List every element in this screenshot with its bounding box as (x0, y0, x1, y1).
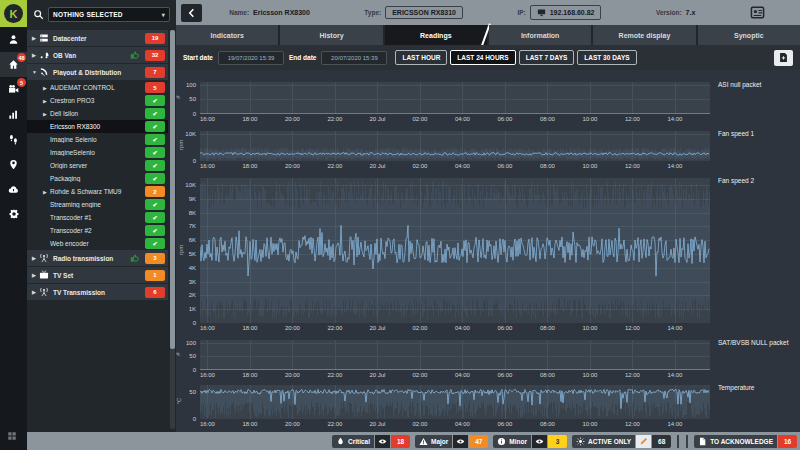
chart-plot (200, 385, 710, 419)
statusbar-major[interactable]: Major47 (415, 435, 488, 448)
tree-item-crestron-pro3[interactable]: ▶Crestron PRO3✔ (27, 94, 168, 107)
tree-item-origin-server[interactable]: Origin server✔ (27, 159, 168, 172)
tree-item-audemat-control[interactable]: ▶AUDEMAT CONTROL5 (27, 81, 168, 94)
rail-item-footprints[interactable] (0, 127, 27, 152)
tab-information[interactable]: Information (489, 25, 591, 45)
tree-group-label: Radio transmission (53, 255, 130, 262)
tab-readings[interactable]: Readings (385, 25, 487, 45)
chevron-collapsed-icon[interactable]: ▶ (43, 98, 50, 104)
rail-badge-video: 5 (17, 78, 26, 87)
chevron-collapsed-icon[interactable]: ▶ (43, 85, 50, 91)
rail-item-user[interactable] (0, 27, 27, 52)
start-date-input[interactable] (218, 51, 284, 65)
tree-item-transcoder-1[interactable]: Transcoder #1✔ (27, 211, 168, 224)
eye-toggle-minor[interactable] (532, 435, 547, 448)
y-tick-label: 5K (176, 251, 196, 257)
tab-remote-display[interactable]: Remote display (593, 25, 695, 45)
tree-group-datacenter[interactable]: ▶Datacenter19 (27, 30, 168, 46)
back-button[interactable] (181, 4, 202, 22)
y-tick-label: 4K (176, 265, 196, 271)
rail-item-location[interactable] (0, 152, 27, 177)
device-ip-value[interactable]: 192.168.60.82 (530, 5, 602, 20)
x-tick-label: 20 Jul (369, 325, 385, 331)
x-tick-label: 12:00 (625, 325, 640, 331)
tab-synoptic[interactable]: Synoptic (698, 25, 800, 45)
device-tree: ▶Datacenter19▶OB Van32▼Playout & Distrib… (27, 30, 168, 432)
app-logo[interactable]: K (0, 0, 27, 27)
chevron-collapsed-icon[interactable]: ▶ (32, 255, 39, 261)
x-tick-label: 08:00 (540, 325, 555, 331)
tree-item-ericsson-rx8300[interactable]: Ericsson RX8300✔ (27, 120, 168, 133)
tree-item-imagineselenio[interactable]: ImagineSelenio✔ (27, 146, 168, 159)
tree-item-label: Origin server (50, 162, 142, 169)
chevron-collapsed-icon[interactable]: ▶ (32, 272, 39, 278)
statusbar-active-only[interactable]: ACTIVE ONLY68 (572, 435, 671, 448)
statusbar-minor[interactable]: Minor3 (493, 435, 567, 448)
tree-item-label: Streaming engine (50, 201, 142, 208)
chart-title: Temperature (718, 384, 755, 391)
tree-item-packaging[interactable]: Packaging✔ (27, 172, 168, 185)
tree-item-transcoder-2[interactable]: Transcoder #2✔ (27, 224, 168, 237)
tab-indicators[interactable]: Indicators (176, 25, 278, 45)
edit-toggle-active-only[interactable] (636, 435, 651, 448)
tree-group-playout-distribution[interactable]: ▼Playout & Distribution7 (27, 64, 168, 80)
range-button-last-7-days[interactable]: LAST 7 DAYS (519, 50, 575, 65)
x-tick-label: 06:00 (497, 325, 512, 331)
scrollbar-thumb[interactable] (170, 30, 175, 349)
end-date-input[interactable] (321, 51, 387, 65)
statusbar-count-minor: 3 (548, 435, 567, 448)
export-button[interactable] (774, 50, 793, 66)
eye-toggle-critical[interactable] (375, 435, 390, 448)
chart-plot (200, 131, 710, 161)
rail-item-statistics[interactable] (0, 102, 27, 127)
statusbar-to-acknowledge[interactable]: TO ACKNOWLEDGE16 (694, 435, 797, 448)
status-ok-badge: ✔ (145, 160, 165, 171)
chevron-collapsed-icon[interactable]: ▶ (32, 289, 39, 295)
tree-item-dell-isilon[interactable]: ▶Dell Isilon✔ (27, 107, 168, 120)
tree-item-streaming-engine[interactable]: Streaming engine✔ (27, 198, 168, 211)
chevron-expanded-icon[interactable]: ▼ (32, 69, 39, 75)
rail-item-home[interactable]: 48 (0, 52, 27, 77)
rail-item-settings[interactable] (0, 202, 27, 227)
statistics-icon (8, 106, 19, 124)
chevron-collapsed-icon[interactable]: ▶ (32, 35, 39, 41)
grid-menu-icon[interactable] (7, 427, 17, 445)
alarm-count-badge: 32 (145, 50, 165, 61)
chart-temperature: °C50016:0018:0020:0022:0020 Jul02:0004:0… (176, 381, 800, 430)
search-icon[interactable] (33, 9, 44, 20)
x-tick-label: 04:00 (455, 421, 470, 427)
tree-group-radio-transmission[interactable]: ▶Radio transmission3 (27, 250, 168, 266)
tree-group-tv-set[interactable]: ▶TV Set1 (27, 267, 168, 283)
chevron-collapsed-icon[interactable]: ▶ (43, 111, 50, 117)
van-icon (39, 50, 53, 60)
tree-item-imagine-selenio[interactable]: Imagine Selenio✔ (27, 133, 168, 146)
thumbs-up-icon (130, 253, 140, 263)
statusbar-critical[interactable]: Critical18 (332, 435, 410, 448)
x-tick-label: 02:00 (412, 163, 427, 169)
x-tick-label: 16:00 (200, 372, 215, 378)
device-filter-select[interactable]: NOTHING SELECTED ▾ (48, 7, 170, 22)
range-button-last-hour[interactable]: LAST HOUR (395, 50, 447, 65)
x-tick-label: 04:00 (455, 372, 470, 378)
chevron-collapsed-icon[interactable]: ▶ (32, 52, 39, 58)
sidebar-scrollbar[interactable] (170, 30, 175, 429)
y-tick-label: 10K (176, 182, 196, 188)
range-button-last-30-days[interactable]: LAST 30 DAYS (577, 50, 636, 65)
range-button-last-24-hours[interactable]: LAST 24 HOURS (450, 50, 515, 65)
tab-history[interactable]: History (280, 25, 382, 45)
device-badge-icon[interactable] (750, 5, 765, 20)
chevron-collapsed-icon[interactable]: ▶ (43, 189, 50, 195)
rail-item-cloud[interactable] (0, 177, 27, 202)
tree-item-rohde-schwarz-tmu9[interactable]: ▶Rohde & Schwarz TMU92 (27, 185, 168, 198)
tree-group-ob-van[interactable]: ▶OB Van32 (27, 47, 168, 63)
tree-item-web-encoder[interactable]: Web encoder✔ (27, 237, 168, 250)
logo-letter: K (4, 4, 23, 23)
x-tick-label: 06:00 (497, 116, 512, 122)
readings-charts: #10050016:0018:0020:0022:0020 Jul02:0004… (176, 70, 800, 432)
alarm-count-badge: 6 (145, 287, 165, 298)
rail-item-video[interactable]: 5 (0, 77, 27, 102)
tree-group-tv-transmission[interactable]: ▶TV Transmission6 (27, 284, 168, 300)
chart-title: Fan speed 2 (718, 177, 754, 184)
tab-bar: IndicatorsHistoryReadingsInformationRemo… (176, 25, 800, 45)
eye-toggle-major[interactable] (453, 435, 468, 448)
